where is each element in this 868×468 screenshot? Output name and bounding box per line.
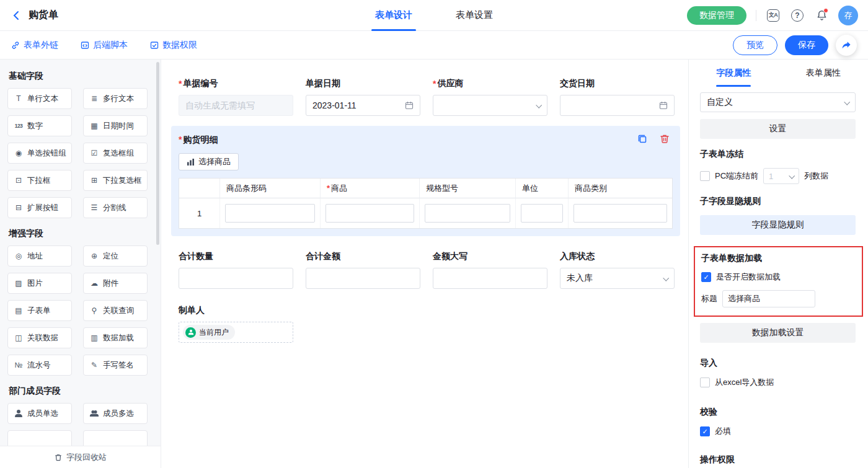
select-product-label: 选择商品 <box>198 156 231 167</box>
field-total-amount[interactable]: 合计金额 <box>306 251 420 289</box>
cell-unit <box>516 198 569 228</box>
doc-no-input[interactable] <box>179 95 293 116</box>
col-header-index <box>179 179 220 198</box>
field-amount-words[interactable]: 金额大写 <box>433 251 547 289</box>
data-load-checkbox[interactable] <box>701 272 711 282</box>
supplier-select[interactable] <box>433 95 547 116</box>
help-icon[interactable]: ? <box>790 8 805 23</box>
storage-status-select[interactable]: 未入库 <box>560 268 675 289</box>
field-item-number[interactable]: 123数字 <box>7 115 72 136</box>
backend-script-link[interactable]: 后端脚本 <box>81 40 128 51</box>
field-total-qty[interactable]: 合计数量 <box>179 251 293 289</box>
field-item-related-query[interactable]: ⚲关联查询 <box>83 300 148 321</box>
field-creator[interactable]: 制单人 当前用户 <box>179 305 688 343</box>
visibility-rules-button[interactable]: 字段显隐规则 <box>700 215 856 235</box>
data-permission-link[interactable]: 数据权限 <box>150 40 197 51</box>
field-item-select[interactable]: ⊡下拉框 <box>7 170 72 191</box>
creator-box[interactable]: 当前用户 <box>179 322 293 343</box>
field-doc-no[interactable]: *单据编号 <box>179 78 293 116</box>
field-item-label: 流水号 <box>27 360 51 371</box>
save-button[interactable]: 保存 <box>785 35 828 55</box>
field-item-divider[interactable]: ☰分割线 <box>83 197 148 218</box>
field-item-member-multi[interactable]: 成员多选 <box>83 403 148 424</box>
data-load-settings-button[interactable]: 数据加载设置 <box>700 323 856 343</box>
field-recycle-bin[interactable]: 字段回收站 <box>0 446 161 468</box>
field-item-related-data[interactable]: ◫关联数据 <box>7 327 72 348</box>
title-label: 标题 <box>701 293 717 304</box>
field-item-single-line-text[interactable]: T单行文本 <box>7 88 72 109</box>
share-button[interactable] <box>836 35 857 56</box>
field-doc-date[interactable]: 单据日期 2023-01-11 <box>306 78 420 116</box>
barcode-input[interactable] <box>225 204 315 223</box>
field-storage-status[interactable]: 入库状态 未入库 <box>560 251 675 289</box>
field-item-checkbox-group[interactable]: ☑复选框组 <box>83 143 148 164</box>
category-input[interactable] <box>574 204 667 223</box>
copy-icon[interactable] <box>637 133 648 147</box>
back-button[interactable] <box>11 10 22 21</box>
storage-status-value: 未入库 <box>567 273 593 284</box>
doc-date-picker[interactable]: 2023-01-11 <box>306 95 420 116</box>
field-item-attachment[interactable]: ☁附件 <box>83 273 148 294</box>
field-label: 单据日期 <box>306 78 420 89</box>
subform-data-load-highlight: 子表单数据加载 是否开启数据加载 标题 <box>694 246 863 317</box>
field-item-member-single[interactable]: 成员单选 <box>7 403 72 424</box>
field-item-datetime[interactable]: ▦日期时间 <box>83 115 148 136</box>
multi-select-icon: ⊞ <box>89 176 100 185</box>
preview-button[interactable]: 预览 <box>733 35 777 55</box>
freeze-checkbox[interactable] <box>700 171 710 181</box>
tab-form-settings[interactable]: 表单设置 <box>452 0 497 31</box>
visibility-section-title: 子字段显隐规则 <box>700 196 856 207</box>
data-load-title-input[interactable] <box>722 290 815 307</box>
excel-import-checkbox[interactable] <box>700 377 710 387</box>
total-qty-input[interactable] <box>179 268 293 289</box>
field-supplier[interactable]: *供应商 <box>433 78 547 116</box>
enhanced-field-grid: ◎地址 ⊕定位 ▨图片 ☁附件 ▤子表单 ⚲关联查询 ◫关联数据 ▥数据加载 №… <box>7 245 159 382</box>
tab-form-properties[interactable]: 表单属性 <box>779 60 868 87</box>
field-item-extend-button[interactable]: ⊟扩展按钮 <box>7 197 72 218</box>
field-delivery-date[interactable]: 交货日期 <box>560 78 675 116</box>
tab-label: 表单设计 <box>375 9 412 21</box>
settings-button[interactable]: 设置 <box>700 119 856 139</box>
field-item-signature[interactable]: ✎手写签名 <box>83 355 148 376</box>
total-amount-input[interactable] <box>306 268 420 289</box>
amount-words-input-el[interactable] <box>440 273 541 283</box>
field-type-select[interactable]: 自定义 <box>700 92 856 112</box>
divider <box>756 10 756 21</box>
field-item-data-load[interactable]: ▥数据加载 <box>83 327 148 348</box>
delete-icon[interactable] <box>659 133 670 147</box>
total-amount-input-el[interactable] <box>312 273 414 283</box>
spec-input[interactable] <box>425 204 510 223</box>
delivery-date-picker[interactable] <box>560 95 675 116</box>
translate-icon[interactable]: 文A <box>766 8 781 23</box>
notification-bell-icon[interactable] <box>814 8 829 23</box>
required-checkbox[interactable] <box>700 426 710 436</box>
subform-actions <box>637 133 670 147</box>
datetime-icon: ▦ <box>89 121 100 130</box>
product-input[interactable] <box>326 204 414 223</box>
field-item-multi-select[interactable]: ⊞下拉复选框 <box>83 170 148 191</box>
field-item-radio-group[interactable]: ◉单选按钮组 <box>7 143 72 164</box>
unit-input[interactable] <box>521 204 563 223</box>
field-item-address[interactable]: ◎地址 <box>7 245 72 267</box>
subform-purchase-detail[interactable]: *购货明细 选择商品 商品条形码 *商品 规格型号 单位 商品类别 <box>171 126 680 236</box>
freeze-count-select[interactable]: 1 <box>763 168 799 184</box>
field-item-subform[interactable]: ▤子表单 <box>7 300 72 321</box>
tab-form-design[interactable]: 表单设计 <box>371 0 416 31</box>
field-item-image[interactable]: ▨图片 <box>7 273 72 294</box>
field-item-location[interactable]: ⊕定位 <box>83 245 148 267</box>
toolbar-actions: 预览 保存 <box>733 35 857 56</box>
total-qty-input-el[interactable] <box>185 273 286 283</box>
avatar[interactable]: 存 <box>838 6 858 25</box>
data-manage-button[interactable]: 数据管理 <box>687 6 746 25</box>
field-item-serial-number[interactable]: №流水号 <box>7 355 72 376</box>
amount-words-input[interactable] <box>433 268 547 289</box>
col-header-spec: 规格型号 <box>420 179 516 198</box>
field-item-multi-line-text[interactable]: ≣多行文本 <box>83 88 148 109</box>
link-label: 数据权限 <box>162 40 197 51</box>
doc-no-input-el[interactable] <box>185 100 286 110</box>
form-external-link[interactable]: 表单外链 <box>11 40 58 51</box>
sidebar-scrollbar[interactable] <box>156 62 159 245</box>
select-product-button[interactable]: 选择商品 <box>179 153 239 170</box>
tab-field-properties[interactable]: 字段属性 <box>689 60 779 87</box>
col-header-product: *商品 <box>321 179 420 198</box>
